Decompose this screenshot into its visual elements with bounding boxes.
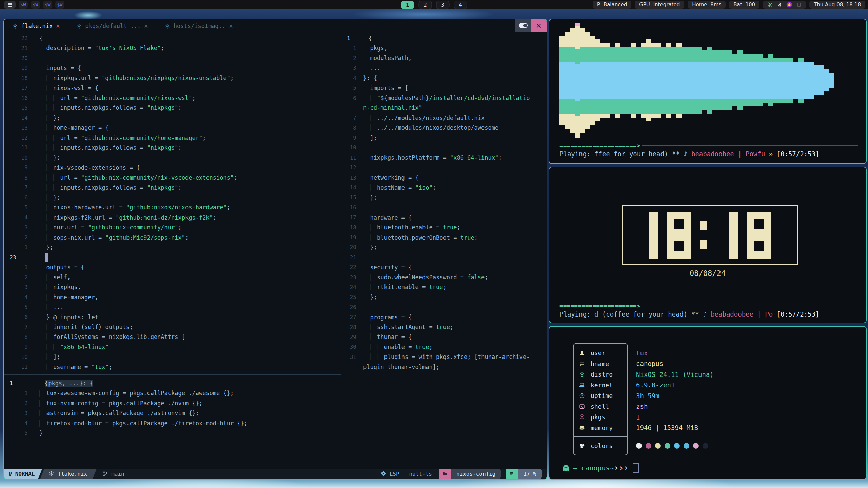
branch-label: main [111, 471, 124, 477]
fetch-row-shell: shell [574, 401, 627, 412]
line-number: 7 [4, 184, 34, 191]
pane-divider[interactable] [4, 374, 341, 375]
workspace-button-2[interactable]: 2 [419, 1, 432, 9]
buffer-tabs: flake.nix×pkgs/default ...×hosts/isoImag… [4, 19, 241, 33]
line-number: 17 [341, 214, 360, 221]
line-number: 5 [4, 430, 34, 436]
flame-icon[interactable] [786, 2, 792, 8]
toggle-button[interactable] [515, 19, 531, 32]
terminal-color-swatches [636, 441, 714, 451]
statusline: V NORMAL flake.nix main [4, 469, 547, 479]
editor-pane-iso-image[interactable]: 1{1 pkgs,2 modulesPath,3 ...4}: {5 impor… [341, 33, 547, 469]
tab-close-icon[interactable]: × [144, 22, 148, 30]
editor-left-column[interactable]: 22{21 description = "tux's NixOS Flake";… [4, 33, 341, 469]
code-line: 2 modulesPath, [341, 53, 547, 63]
fetch-row-kernel: kernel [574, 380, 627, 391]
line-number: 14 [341, 184, 360, 191]
clock-digits [649, 212, 771, 259]
line-number: 2 [4, 234, 34, 241]
line-number: 16 [341, 204, 360, 211]
tag-button-2[interactable]: $W [31, 1, 40, 9]
toggle-switch-icon [519, 23, 528, 28]
code-line: 1 outputs = { [4, 262, 341, 272]
code-line: 5} [4, 428, 341, 438]
line-number: 27 [341, 314, 360, 320]
color-swatch [674, 443, 680, 449]
shell-prompt[interactable]: → canopus ~ ››› [562, 463, 639, 473]
code-line: 4 ▏ home-manager, [4, 292, 341, 302]
line-number: 5 [341, 85, 360, 91]
code-line: 23 [4, 252, 341, 262]
code-line: 8 ▏ ▏ url = "github:nix-community/nix-vs… [4, 172, 341, 182]
close-button[interactable]: × [531, 19, 547, 32]
line-number: 11 [4, 144, 34, 151]
fetch-row-uptime: uptime [574, 390, 627, 401]
system-tray[interactable] [763, 1, 806, 9]
code-line: 15 ▏ ▏ inputs.nixpkgs.follows = "nixpkgs… [4, 103, 341, 113]
code-line: 9 ▏ nix-vscode-extensions = { [4, 163, 341, 172]
tab-pkgs-default-[interactable]: pkgs/default ...× [68, 19, 156, 33]
code-line: 17 ▏ nixos-wsl = { [4, 83, 341, 93]
line-number: 1 [341, 35, 366, 41]
tab-hosts-isoImag-[interactable]: hosts/isoImag..× [156, 19, 241, 33]
status-pills: P: BalancedGPU: IntegratedHome: 8msBat: … [593, 1, 760, 9]
uptime-icon [579, 393, 585, 399]
tab-close-icon[interactable]: × [229, 22, 233, 30]
code-line: 22 security = { [341, 262, 547, 272]
line-number: 29 [341, 334, 360, 340]
fetch-label: distro [591, 371, 613, 378]
code-line: 21 description = "tux's NixOS Flake"; [4, 43, 341, 53]
line-number: 17 [4, 85, 34, 91]
song-progress-bar: =====================> [559, 142, 858, 149]
fetch-label: shell [591, 403, 609, 410]
line-number: 19 [341, 234, 360, 241]
fetch-row-memory: memory [574, 423, 627, 433]
line-number: 10 [4, 354, 34, 360]
statusline-filename: flake.nix [58, 471, 87, 477]
line-number: 30 [341, 344, 360, 350]
scroll-percent-label: 17 % [518, 469, 542, 479]
line-number: 8 [4, 175, 34, 181]
music-visualizer-panel: =====================> Playing: ffee for… [549, 19, 867, 164]
now-playing-line: Playing: ffee for your head) ** ♪ beabad… [559, 150, 819, 158]
code-line: 29 ▏ thunar = { [341, 332, 547, 342]
tab-close-icon[interactable]: × [56, 22, 60, 30]
code-line: 11 ▏ ▏ inputs.nixpkgs.follows = "nixpkgs… [4, 143, 341, 152]
workspace-button-3[interactable]: 3 [436, 1, 450, 9]
workspace-button-1[interactable]: 1 [401, 1, 414, 9]
workspace-button-4[interactable]: 4 [454, 1, 467, 9]
fetch-label: memory [591, 424, 613, 431]
packages-icon [579, 414, 585, 420]
fetch-label: kernel [591, 382, 613, 389]
kernel-icon [579, 382, 585, 388]
line-number: 24 [341, 284, 360, 290]
code-line: 3▏ astronvim = pkgs.callPackage ./astron… [4, 408, 341, 418]
code-line: 1 }; [4, 242, 341, 252]
line-number: 4 [4, 294, 34, 300]
line-number: 6 [4, 194, 34, 201]
fetch-value-kernel: 6.9.8-zen1 [636, 380, 714, 391]
color-swatch [636, 443, 642, 449]
tab-flake-nix[interactable]: flake.nix× [4, 19, 68, 33]
editor-pane-flake[interactable]: 22{21 description = "tux's NixOS Flake";… [4, 33, 341, 372]
line-number: 15 [4, 105, 34, 111]
tablet-icon[interactable] [796, 2, 802, 7]
line-number: 20 [4, 55, 34, 61]
code-line: 6 } @ inputs: let [4, 312, 341, 322]
fetch-row-pkgs: pkgs [574, 412, 627, 423]
line-number: 5 [4, 304, 34, 310]
bluetooth-icon[interactable] [777, 2, 782, 7]
clock-pill[interactable]: Thu Aug 08, 18:18 [809, 1, 865, 9]
tag-button-1[interactable]: $W [19, 1, 28, 9]
code-line: 31 ▏ ▏ plugins = with pkgs.xfce; [thunar… [341, 352, 547, 362]
tag-button-4[interactable]: $W [55, 1, 64, 9]
launcher-button[interactable] [4, 1, 16, 9]
line-number: 16 [4, 95, 34, 101]
line-number: 11 [4, 364, 34, 370]
editor-pane-pkgs-default[interactable]: 1{pkgs, ...}: {1▏ tux-awesome-wm-config … [4, 378, 341, 438]
line-number: 1 [341, 45, 360, 52]
tag-button-3[interactable]: $W [43, 1, 52, 9]
code-line: 8 ▏ ../../modules/nixos/desktop/awesome [341, 123, 547, 133]
progress-rule [642, 145, 858, 146]
scissors-icon[interactable] [767, 2, 773, 8]
